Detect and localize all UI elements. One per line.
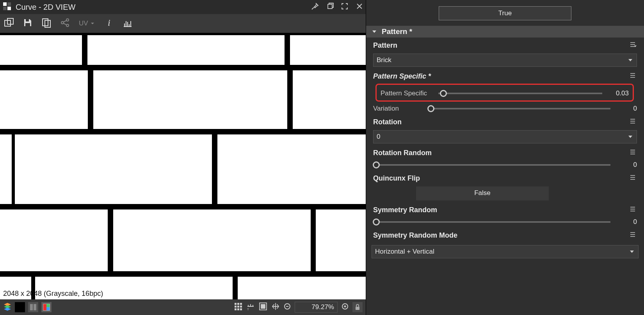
svg-rect-27 [235, 308, 237, 310]
window-restore-icon[interactable] [326, 2, 334, 12]
symmetry-random-mode-dropdown[interactable]: Horizontal + Vertical [372, 245, 639, 258]
grid-icon[interactable] [234, 302, 242, 313]
svg-rect-3 [7, 7, 11, 10]
svg-rect-18 [43, 304, 46, 310]
canvas[interactable]: 2048 x 2048 (Grayscale, 16bpc) [0, 33, 366, 299]
svg-rect-20 [46, 307, 50, 310]
properties-panel: True Pattern * Pattern Brick Pattern Spe… [366, 0, 644, 315]
svg-rect-0 [3, 2, 7, 6]
viewport-toolbar: UV i [0, 14, 366, 33]
split-view-icon[interactable] [28, 302, 38, 312]
svg-rect-8 [25, 23, 30, 26]
svg-rect-31 [261, 304, 265, 308]
zoom-out-icon[interactable] [284, 303, 291, 312]
variation-label: Variation [373, 105, 428, 113]
svg-rect-35 [356, 307, 359, 310]
viewport-bottombar: T 79.27% [0, 299, 366, 315]
histogram-icon[interactable] [123, 18, 133, 30]
save-icon[interactable] [23, 18, 33, 30]
svg-rect-7 [26, 19, 29, 21]
symmetry-random-mode-label: Symmetry Random Mode [373, 231, 457, 240]
svg-rect-4 [328, 4, 332, 9]
svg-rect-15 [30, 304, 33, 310]
svg-point-11 [61, 21, 64, 24]
rotation-random-value: 0 [614, 161, 637, 169]
copy-icon[interactable] [41, 18, 52, 30]
window-title: Curve - 2D VIEW [16, 3, 306, 12]
svg-rect-24 [235, 306, 237, 308]
lock-icon[interactable] [352, 302, 363, 312]
tile-icon[interactable] [259, 302, 267, 313]
maximize-icon[interactable] [341, 2, 349, 12]
pan-icon[interactable] [271, 302, 280, 313]
svg-text:T: T [247, 308, 249, 311]
section-header-pattern[interactable]: Pattern * [366, 26, 644, 38]
canvas-info: 2048 x 2048 (Grayscale, 16bpc) [3, 290, 103, 298]
section-title: Pattern * [382, 27, 412, 36]
rotation-random-slider[interactable]: 0 [373, 161, 637, 169]
param-menu-icon[interactable] [629, 205, 637, 215]
rotation-value: 0 [377, 133, 380, 141]
param-menu-icon[interactable] [629, 117, 637, 127]
svg-text:i: i [108, 18, 110, 28]
zoom-in-icon[interactable] [342, 303, 349, 312]
param-menu-icon[interactable] [629, 41, 637, 50]
param-menu-icon[interactable] [629, 231, 637, 240]
pattern-dropdown[interactable]: Brick [373, 54, 637, 67]
layers-icon[interactable] [3, 302, 12, 313]
param-menu-icon[interactable] [629, 72, 637, 81]
svg-rect-28 [237, 308, 239, 310]
symmetry-random-label: Symmetry Random [373, 206, 437, 214]
svg-rect-23 [240, 303, 242, 305]
quincunx-flip-label: Quincunx Flip [373, 174, 420, 183]
viewport-panel: Curve - 2D VIEW [0, 0, 366, 315]
pin-icon[interactable] [311, 2, 319, 12]
pattern-specific-header: Pattern Specific * [373, 72, 431, 81]
uv-toggle[interactable]: UV [79, 20, 95, 27]
uv-label: UV [79, 20, 88, 27]
svg-rect-25 [237, 306, 239, 308]
titlebar: Curve - 2D VIEW [0, 0, 366, 14]
app-icon [3, 2, 11, 12]
svg-rect-1 [7, 2, 11, 6]
display-mode-icon[interactable] [41, 302, 52, 312]
symmetry-random-value: 0 [614, 218, 637, 226]
pattern-label: Pattern [373, 41, 397, 50]
rotation-label: Rotation [373, 118, 402, 126]
close-icon[interactable] [356, 2, 363, 12]
param-menu-icon[interactable] [629, 148, 637, 158]
svg-rect-2 [3, 7, 7, 10]
svg-rect-22 [237, 303, 239, 305]
variation-slider[interactable]: Variation 0 [373, 105, 637, 113]
svg-rect-29 [240, 308, 242, 310]
pattern-specific-highlighted: Pattern Specific 0.03 [375, 84, 634, 102]
pattern-value: Brick [377, 56, 391, 64]
true-button[interactable]: True [439, 6, 571, 20]
symmetry-random-mode-value: Horizontal + Vertical [375, 248, 434, 256]
info-icon[interactable]: i [104, 18, 114, 30]
param-menu-icon[interactable] [629, 174, 637, 183]
svg-rect-21 [235, 303, 237, 305]
rotation-random-label: Rotation Random [373, 149, 432, 157]
variation-value: 0 [614, 105, 637, 113]
swatch-black[interactable] [15, 302, 25, 312]
zoom-value[interactable]: 79.27% [295, 302, 338, 313]
pattern-specific-label: Pattern Specific [381, 89, 435, 97]
ruler-icon[interactable]: T [246, 302, 255, 313]
pattern-specific-slider[interactable]: Pattern Specific 0.03 [381, 89, 629, 97]
svg-rect-26 [240, 306, 242, 308]
quincunx-flip-button[interactable]: False [416, 186, 549, 200]
svg-rect-19 [46, 304, 50, 307]
pattern-specific-value: 0.03 [605, 89, 629, 97]
rotation-dropdown[interactable]: 0 [373, 130, 637, 143]
new-window-icon[interactable] [4, 18, 14, 30]
symmetry-random-slider[interactable]: 0 [373, 218, 637, 226]
svg-rect-16 [34, 304, 36, 310]
share-icon[interactable] [60, 18, 70, 30]
